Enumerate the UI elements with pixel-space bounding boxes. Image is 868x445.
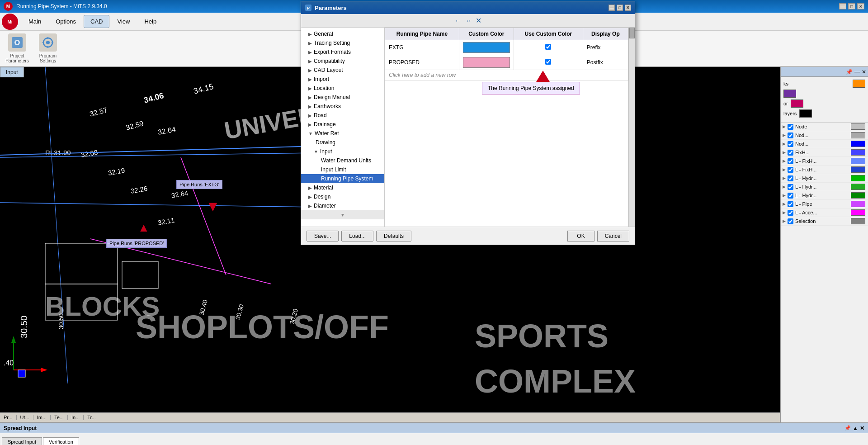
tree-import[interactable]: ▶ Import xyxy=(301,75,384,84)
tree-runningpipe[interactable]: Running Pipe System xyxy=(301,174,384,183)
lhydr2-checkbox[interactable] xyxy=(788,184,793,190)
node-checkbox[interactable] xyxy=(788,124,793,130)
cell-color-proposed[interactable] xyxy=(459,55,514,70)
cell-check-proposed[interactable] xyxy=(514,55,583,70)
selection-checkbox[interactable] xyxy=(788,218,793,224)
lfixh2-chevron[interactable]: ▶ xyxy=(783,167,786,172)
status-te[interactable]: Te... xyxy=(51,415,68,420)
darkred-color-swatch[interactable] xyxy=(791,99,803,108)
project-parameters-button[interactable]: ProjectParameters xyxy=(4,33,31,64)
lhydr3-checkbox[interactable] xyxy=(788,193,793,199)
status-in[interactable]: In... xyxy=(68,415,84,420)
fixh-color[interactable] xyxy=(851,149,865,156)
dialog-close-button[interactable]: ✕ xyxy=(625,5,631,11)
lhydr2-color[interactable] xyxy=(851,184,865,190)
save-button[interactable]: Save... xyxy=(307,231,339,241)
nav-close-x[interactable]: ✕ xyxy=(476,16,481,25)
lhydr1-color[interactable] xyxy=(851,175,865,181)
maximize-button[interactable]: □ xyxy=(848,3,855,9)
menu-options[interactable]: Options xyxy=(49,15,83,28)
menu-main[interactable]: Main xyxy=(22,15,48,28)
tree-inputlimit[interactable]: Input Limit xyxy=(301,165,384,174)
cancel-button[interactable]: Cancel xyxy=(597,231,629,241)
status-ut[interactable]: Ut... xyxy=(17,415,33,420)
lacce-checkbox[interactable] xyxy=(788,210,793,216)
lhydr1-chevron[interactable]: ▶ xyxy=(783,176,786,180)
status-tr[interactable]: Tr... xyxy=(84,415,99,420)
cell-check-extg[interactable] xyxy=(514,40,583,55)
menu-view[interactable]: View xyxy=(110,15,137,28)
nod3-chevron[interactable]: ▶ xyxy=(783,142,786,146)
lacce-chevron[interactable]: ▶ xyxy=(783,210,786,215)
tree-drainage[interactable]: ▶ Drainage xyxy=(301,120,384,129)
status-pr[interactable]: Pr... xyxy=(0,415,17,420)
lfixh1-color[interactable] xyxy=(851,158,865,164)
load-button[interactable]: Load... xyxy=(341,231,373,241)
tree-cadlayout[interactable]: ▶ CAD Layout xyxy=(301,66,384,75)
nod2-chevron[interactable]: ▶ xyxy=(783,133,786,137)
input-tab[interactable]: Input xyxy=(0,67,24,77)
nod3-checkbox[interactable] xyxy=(788,141,793,147)
spread-close-icon[interactable]: ✕ xyxy=(860,425,864,431)
lpipe-chevron[interactable]: ▶ xyxy=(783,202,786,206)
status-im[interactable]: Im... xyxy=(33,415,51,420)
tree-general[interactable]: ▶ General xyxy=(301,29,384,38)
ok-button[interactable]: OK xyxy=(567,231,594,241)
nod2-color[interactable] xyxy=(851,132,865,138)
lfixh1-checkbox[interactable] xyxy=(788,158,793,164)
close-panel-icon[interactable]: ✕ xyxy=(862,69,866,75)
dialog-maximize-button[interactable]: □ xyxy=(617,5,623,11)
lpipe-checkbox[interactable] xyxy=(788,201,793,207)
node-chevron[interactable]: ▶ xyxy=(783,124,786,129)
checkbox-proposed[interactable] xyxy=(545,59,551,65)
minimize-panel-icon[interactable]: — xyxy=(854,69,860,75)
spread-up-icon[interactable]: ▲ xyxy=(853,425,858,431)
cell-color-extg[interactable] xyxy=(459,40,514,55)
parameters-dialog[interactable]: P Parameters — □ ✕ ← ↔ ✕ ▶ General xyxy=(301,1,635,245)
tree-waterdemand[interactable]: Water Demand Units xyxy=(301,156,384,165)
node-color-1[interactable] xyxy=(851,123,865,130)
pin-spread-icon[interactable]: 📌 xyxy=(844,425,851,431)
fixh-checkbox[interactable] xyxy=(788,150,793,156)
lfixh1-chevron[interactable]: ▶ xyxy=(783,159,786,163)
checkbox-extg[interactable] xyxy=(545,44,551,50)
tree-tracing[interactable]: ▶ Tracing Setting xyxy=(301,38,384,47)
nod2-checkbox[interactable] xyxy=(788,133,793,138)
fixh-chevron[interactable]: ▶ xyxy=(783,150,786,155)
lhydr1-checkbox[interactable] xyxy=(788,175,793,181)
minimize-button[interactable]: — xyxy=(839,3,846,9)
color-preview-proposed[interactable] xyxy=(463,57,510,68)
menu-cad[interactable]: CAD xyxy=(84,15,109,28)
lhydr2-chevron[interactable]: ▶ xyxy=(783,185,786,189)
nod3-color[interactable] xyxy=(851,141,865,147)
tree-material[interactable]: ▶ Material xyxy=(301,183,384,192)
defaults-button[interactable]: Defaults xyxy=(376,231,411,241)
tree-location[interactable]: ▶ Location xyxy=(301,84,384,93)
dialog-minimize-button[interactable]: — xyxy=(609,5,615,11)
selection-chevron[interactable]: ▶ xyxy=(783,219,786,223)
tree-export[interactable]: ▶ Export Formats xyxy=(301,47,384,57)
lacce-color[interactable] xyxy=(851,209,865,216)
tree-diameter[interactable]: ▶ Diameter xyxy=(301,201,384,210)
lfixh2-color[interactable] xyxy=(851,166,865,173)
tree-designmanual[interactable]: ▶ Design Manual xyxy=(301,93,384,102)
nav-prev-button[interactable]: ← xyxy=(455,17,462,25)
scroll-thumb[interactable] xyxy=(629,28,635,38)
lpipe-color[interactable] xyxy=(851,201,865,207)
color-preview-extg[interactable] xyxy=(463,42,510,53)
program-settings-button[interactable]: ProgramSettings xyxy=(34,33,61,64)
purple-color-swatch[interactable] xyxy=(783,90,796,98)
spread-tab-verification[interactable]: Verification xyxy=(43,437,79,445)
tree-road[interactable]: ▶ Road xyxy=(301,111,384,120)
lfixh2-checkbox[interactable] xyxy=(788,167,793,173)
tree-waterret[interactable]: ▼ Water Ret xyxy=(301,129,384,138)
content-scrollbar[interactable] xyxy=(628,28,635,227)
lhydr3-color[interactable] xyxy=(851,192,865,199)
pin-icon[interactable]: 📌 xyxy=(846,69,853,75)
selection-color[interactable] xyxy=(851,218,865,224)
orange-color-swatch[interactable] xyxy=(853,80,865,88)
lhydr3-chevron[interactable]: ▶ xyxy=(783,193,786,198)
tree-compat[interactable]: ▶ Compatibility xyxy=(301,57,384,66)
tree-design[interactable]: ▶ Design xyxy=(301,192,384,201)
spread-tab-main[interactable]: Spread Input xyxy=(2,437,42,445)
